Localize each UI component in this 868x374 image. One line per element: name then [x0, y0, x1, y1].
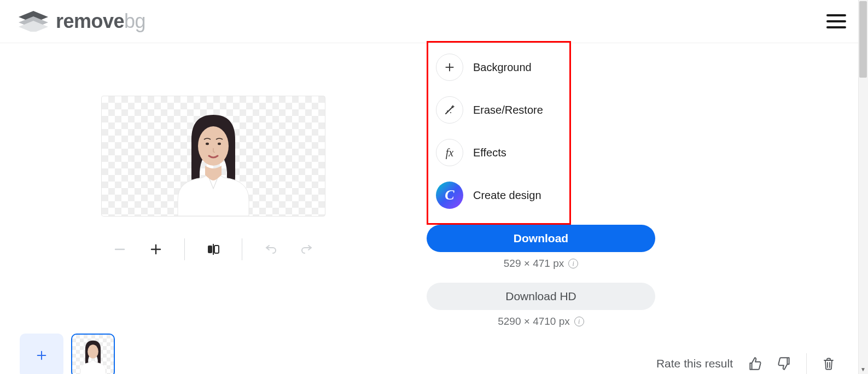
scrollbar[interactable]: ▲ ▼ [858, 0, 868, 374]
edit-actions-panel: Background Erase/Restore fx Effects C Cr… [427, 41, 571, 225]
thumbnail-selected[interactable] [71, 334, 115, 374]
compare-button[interactable] [200, 236, 226, 262]
action-effects[interactable]: fx Effects [436, 131, 558, 174]
download-label: Download [514, 232, 568, 245]
logo[interactable]: removebg [19, 10, 145, 33]
toolbar-separator [184, 238, 185, 260]
thumbs-down-icon [777, 357, 791, 371]
feedback-separator [806, 353, 807, 374]
thumbs-up-button[interactable] [747, 356, 762, 371]
svg-point-5 [218, 143, 221, 145]
download-hd-size-text: 5290 × 4710 px [498, 315, 570, 328]
action-create-design[interactable]: C Create design [436, 174, 558, 217]
scrollbar-down-icon[interactable]: ▼ [858, 364, 868, 374]
minus-icon [113, 243, 126, 256]
compare-icon [206, 242, 220, 256]
download-size-text: 529 × 471 px [504, 258, 564, 270]
thumbs-up-icon [748, 357, 762, 371]
svg-rect-9 [208, 246, 212, 253]
plus-icon [36, 349, 48, 361]
main-content: Background Erase/Restore fx Effects C Cr… [0, 43, 868, 262]
menu-icon[interactable] [826, 14, 846, 28]
redo-button[interactable] [294, 236, 320, 262]
redo-icon [300, 243, 313, 256]
action-label: Erase/Restore [473, 104, 543, 116]
download-hd-button[interactable]: Download HD [427, 283, 655, 310]
info-icon[interactable]: i [574, 317, 584, 326]
fx-icon: fx [436, 139, 463, 166]
action-erase-restore[interactable]: Erase/Restore [436, 89, 558, 131]
svg-point-18 [88, 344, 98, 358]
feedback-row: Rate this result [656, 353, 836, 374]
image-preview[interactable] [101, 96, 325, 217]
scrollbar-thumb[interactable] [859, 1, 867, 78]
download-size-line: 529 × 471 px i [504, 258, 578, 270]
zoom-in-button[interactable] [143, 236, 169, 262]
svg-point-4 [206, 143, 209, 145]
action-label: Background [473, 61, 532, 74]
download-section: Download 529 × 471 px i Download HD 5290… [427, 225, 655, 335]
logo-text: removebg [56, 10, 145, 33]
logo-text-suffix: bg [124, 10, 145, 32]
undo-button[interactable] [258, 236, 284, 262]
svg-rect-10 [214, 246, 219, 253]
rate-label: Rate this result [656, 357, 733, 370]
action-background[interactable]: Background [436, 46, 558, 89]
download-hd-size-line: 5290 × 4710 px i [498, 315, 584, 328]
download-button[interactable]: Download [427, 225, 655, 252]
svg-point-3 [198, 126, 229, 166]
header: removebg [0, 0, 868, 43]
plus-icon [436, 54, 463, 81]
action-label: Create design [473, 189, 541, 202]
preview-column [0, 43, 427, 262]
svg-point-14 [447, 110, 448, 112]
thumbs-down-button[interactable] [777, 356, 792, 371]
undo-icon [264, 243, 277, 256]
plus-icon [149, 243, 162, 256]
add-image-button[interactable] [20, 334, 63, 374]
zoom-toolbar [107, 236, 320, 262]
zoom-out-button[interactable] [107, 236, 133, 262]
svg-point-15 [450, 112, 451, 113]
toolbar-separator [242, 238, 242, 260]
delete-button[interactable] [821, 356, 836, 371]
thumbnail-image [77, 336, 109, 374]
action-label: Effects [473, 147, 506, 159]
trash-icon [822, 357, 835, 371]
logo-text-main: remove [56, 10, 124, 32]
canva-icon: C [436, 182, 463, 209]
magic-wand-icon [436, 96, 463, 124]
download-hd-label: Download HD [505, 290, 576, 303]
logo-mark-icon [19, 11, 48, 32]
result-image [167, 101, 260, 216]
info-icon[interactable]: i [568, 259, 578, 268]
thumbnail-row [20, 334, 115, 374]
